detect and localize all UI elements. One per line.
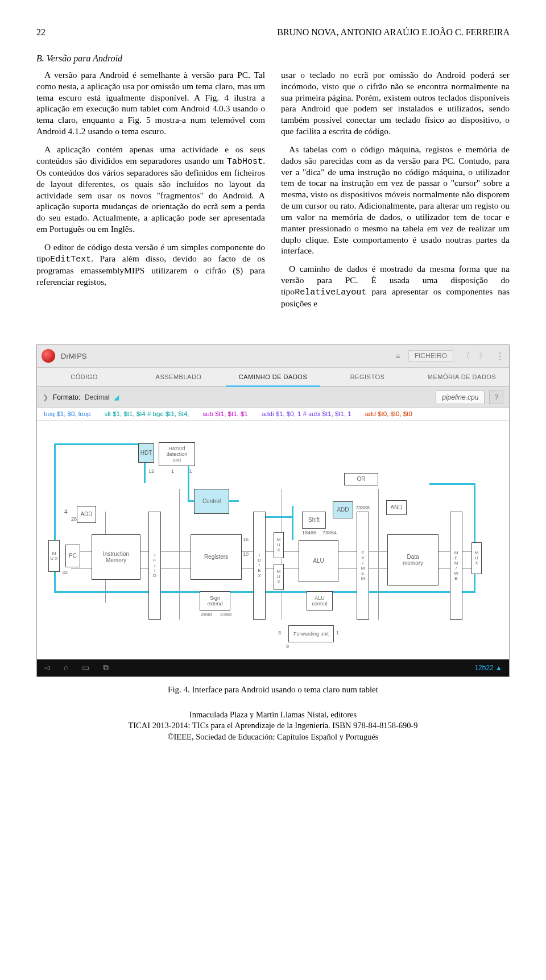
num-add2: 73888 (355, 505, 370, 510)
code-edittext: EditText (50, 255, 91, 264)
tab-caminho-de-dados[interactable]: CAMINHO DE DADOS (226, 368, 320, 386)
instr-mem: addi $1, $0, 1 # subi $t1, $t1, 1 (262, 410, 351, 417)
help-button[interactable]: ? (489, 391, 503, 404)
android-navbar: ◅ ⌂ ▭ ⧉ 12h22 ▲ (37, 659, 509, 676)
clock: 12h22 ▲ (474, 664, 502, 672)
const-4: 4 (64, 509, 68, 515)
para: A versão para Android é semelhante à ver… (36, 69, 265, 137)
instr-ex: sub $t1, $t1, $1 (202, 410, 247, 417)
block-ex-mem: E X / M E M (357, 512, 369, 620)
const-12: 12 (148, 468, 154, 474)
column-left: A versão para Android é semelhante à ver… (36, 69, 265, 316)
header-authors: BRUNO NOVA, ANTONIO ARAÚJO E JOÃO C. FER… (277, 27, 510, 38)
cpu-file-badge[interactable]: pipeline.cpu (436, 391, 485, 404)
instruction-strip: beq $1, $0, loop slt $1, $t1, $t4 # bge … (37, 408, 509, 421)
overflow-icon[interactable]: ⋮ (495, 351, 504, 362)
tab-registos[interactable]: REGISTOS (320, 368, 415, 386)
block-mux: M U X (48, 540, 60, 572)
block-and: AND (386, 500, 407, 515)
para: O editor de código desta versão é um sim… (36, 242, 265, 288)
block-alu-control: ALU control (307, 591, 333, 611)
block-forwarding-unit: Forwarding unit (288, 625, 334, 642)
block-mem-wb: M E M / W B (450, 512, 462, 620)
const-1a: 1 (171, 468, 174, 474)
format-label: Formato: (53, 393, 80, 401)
num-se-r: 2390 (220, 612, 231, 617)
para: O caminho de dados é mostrado da mesma f… (281, 263, 510, 309)
app-title: DrMIPS (61, 352, 87, 360)
datapath-subbar: ❯ Formato: Decimal ◢ pipeline.cpu ? (37, 387, 509, 408)
block-shift: Shift (302, 512, 326, 529)
column-right: usar o teclado no ecrã por omissão do An… (281, 69, 510, 316)
instr-if: beq $1, $0, loop (44, 410, 91, 417)
const-3: 3 (278, 630, 281, 636)
para: As tabelas com o código máquina, registo… (281, 144, 510, 256)
const-16: 16 (243, 537, 249, 542)
num-shift-r: 73864 (322, 530, 337, 535)
const-28: 28 (71, 516, 77, 522)
block-instruction-memory: Instruction Memory (92, 534, 140, 580)
block-add: ADD (77, 506, 96, 523)
page-footer: Inmaculada Plaza y Martín Llamas Nistal,… (0, 709, 546, 754)
figure-caption: Fig. 4. Interface para Android usando o … (0, 685, 546, 695)
block-alu: ALU (299, 540, 338, 582)
const-10: 10 (243, 551, 249, 557)
num-se-l: 2690 (201, 612, 212, 617)
instr-id: slt $1, $t1, $t4 # bge $t1, $t4, (105, 410, 189, 417)
block-mux-wb: M U X (471, 542, 482, 574)
back-icon[interactable]: ◅ (44, 663, 50, 672)
tab-codigo[interactable]: CÓDIGO (37, 368, 131, 386)
app-toolbar: DrMIPS ≡ FICHEIRO 〈 〉 ⋮ (37, 345, 509, 368)
block-if-id: I F / I D (148, 512, 161, 620)
screenshot-icon[interactable]: ⧉ (103, 663, 109, 672)
block-hdt: HDT (138, 443, 154, 463)
block-add2: ADD (333, 501, 353, 518)
instr-wb: add $t0, $t0, $t0 (365, 410, 412, 417)
block-hazard-unit: Hazard detection unit (159, 442, 195, 466)
para: usar o teclado no ecrã por omissão do An… (281, 69, 510, 137)
page-number: 22 (36, 27, 46, 38)
block-registers: Registers (191, 534, 242, 580)
const-32: 32 (62, 570, 68, 575)
code-relativelayout: RelativeLayout (295, 288, 366, 297)
format-value[interactable]: Decimal (85, 393, 109, 401)
num-shift-l: 18466 (302, 530, 316, 535)
app-logo-icon (42, 349, 55, 363)
const-1b: 1 (189, 468, 192, 474)
block-data-memory: Data memory (387, 534, 439, 585)
block-sign-extend: Sign extend (200, 591, 230, 611)
tab-memoria-de-dados[interactable]: MEMÓRIA DE DADOS (415, 368, 509, 386)
tab-bar: CÓDIGO ASSEMBLADO CAMINHO DE DADOS REGIS… (37, 368, 509, 387)
dropdown-icon[interactable]: ◢ (114, 393, 119, 401)
home-icon[interactable]: ⌂ (64, 663, 68, 672)
menu-icon[interactable]: ≡ (396, 352, 400, 360)
section-heading: B. Versão para Android (36, 53, 510, 64)
datapath-canvas[interactable]: M U X PC ADD 4 28 32 Instruction Memory … (37, 421, 509, 659)
nav-prev-icon[interactable]: 〈 (461, 350, 470, 362)
block-or: OR (344, 473, 378, 485)
block-mux-ex2: M U X (274, 564, 284, 590)
scroll-right-icon[interactable]: ❯ (43, 393, 48, 401)
android-screenshot: DrMIPS ≡ FICHEIRO 〈 〉 ⋮ CÓDIGO ASSEMBLAD… (36, 344, 510, 677)
block-mux-ex1: M U X (274, 532, 284, 558)
nav-next-icon[interactable]: 〉 (478, 350, 487, 362)
code-tabhost: TabHost (227, 157, 263, 167)
wifi-icon: ▲ (495, 664, 502, 672)
file-button[interactable]: FICHEIRO (408, 350, 453, 362)
const-1c: 1 (336, 630, 339, 636)
tab-assemblado[interactable]: ASSEMBLADO (131, 368, 226, 386)
para: A aplicação contém apenas uma actividade… (36, 144, 265, 235)
block-control: Control (194, 489, 229, 514)
block-id-ex: I D / E X (253, 512, 266, 620)
block-pc: PC (65, 545, 80, 567)
const-9: 9 (286, 643, 289, 649)
recents-icon[interactable]: ▭ (82, 663, 89, 672)
